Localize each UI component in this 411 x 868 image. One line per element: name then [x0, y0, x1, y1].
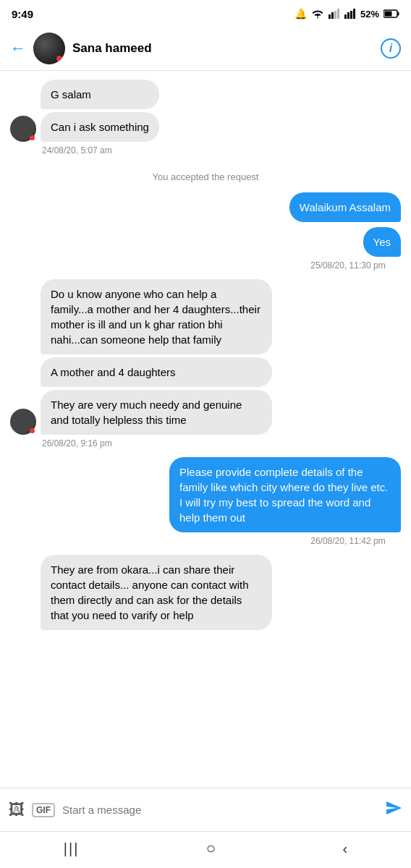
signal-icon [329, 9, 340, 19]
system-message: You accepted the request [10, 171, 401, 182]
message-group-4: Please provide complete details of the f… [10, 457, 401, 546]
back-button[interactable]: ← [10, 39, 26, 58]
read-tick: ✓ [391, 536, 398, 546]
message-timestamp: 24/08/20, 5:07 am [10, 145, 401, 156]
message-bubble: G salam [41, 80, 159, 109]
message-bubble: A mother and 4 daughters [41, 357, 272, 387]
message-bubble: Yes [363, 227, 401, 257]
chat-area: G salam Can i ask something 24/08/20, 5:… [0, 71, 411, 788]
message-bubble: Do u know anyone who can help a family..… [41, 279, 272, 354]
message-bubble: Can i ask something [41, 112, 159, 142]
message-timestamp: 26/08/20, 11:42 pm ✓ [10, 536, 401, 546]
svg-rect-0 [329, 14, 331, 19]
message-bubble: They are from okara...i can share their … [41, 555, 272, 630]
info-button[interactable]: i [381, 38, 401, 59]
navigation-bar: ||| ○ ‹ [0, 831, 411, 868]
wifi-icon [311, 9, 324, 19]
send-button[interactable] [385, 799, 402, 821]
message-bubble: Walaikum Assalam [289, 192, 401, 222]
message-bubble: They are very much needy and genuine and… [41, 390, 272, 435]
chat-header: ← Sana hameed i [0, 26, 411, 71]
message-timestamp: 26/08/20, 9:16 pm [10, 438, 401, 448]
contact-name: Sana hameed [72, 41, 381, 56]
battery-icon [384, 9, 399, 18]
message-group-1: G salam Can i ask something 24/08/20, 5:… [10, 80, 401, 156]
signal2-icon [344, 9, 356, 19]
svg-rect-7 [353, 9, 355, 19]
svg-rect-9 [398, 12, 399, 16]
sender-avatar [10, 409, 36, 435]
status-icons: 🔔 52% [295, 8, 399, 20]
home-nav-icon[interactable]: ○ [206, 839, 216, 858]
sender-avatar [10, 116, 36, 142]
message-row: They are from okara...i can share their … [10, 555, 401, 630]
back-nav-icon[interactable]: ‹ [343, 841, 348, 857]
message-row: Do u know anyone who can help a family..… [10, 279, 401, 435]
svg-rect-2 [334, 11, 336, 19]
message-timestamp: 25/08/20, 11:30 pm ✓ [10, 260, 401, 271]
svg-rect-3 [337, 9, 339, 19]
status-time: 9:49 [12, 8, 33, 20]
read-tick: ✓ [391, 260, 398, 271]
message-row: Please provide complete details of the f… [10, 457, 401, 532]
svg-rect-10 [385, 12, 392, 17]
svg-rect-4 [344, 14, 347, 19]
alarm-icon: 🔔 [295, 8, 307, 20]
svg-rect-6 [350, 11, 352, 19]
recents-nav-icon[interactable]: ||| [64, 841, 80, 857]
message-group-2: Walaikum Assalam Yes 25/08/20, 11:30 pm … [10, 192, 401, 271]
image-icon[interactable]: 🖼 [9, 801, 25, 820]
message-input[interactable] [62, 804, 378, 816]
input-bar: 🖼 GIF [0, 788, 411, 831]
svg-rect-1 [331, 12, 334, 19]
svg-rect-5 [347, 12, 349, 19]
gif-button[interactable]: GIF [32, 803, 55, 817]
message-bubble: Please provide complete details of the f… [169, 457, 401, 532]
contact-avatar [33, 33, 65, 64]
message-row: Yes [363, 227, 401, 257]
battery-label: 52% [360, 9, 379, 20]
message-row: G salam Can i ask something [10, 80, 401, 142]
message-row: Walaikum Assalam [289, 192, 401, 222]
status-bar: 9:49 🔔 52% [0, 0, 411, 26]
message-group-5: They are from okara...i can share their … [10, 555, 401, 632]
message-group-3: Do u know anyone who can help a family..… [10, 279, 401, 448]
